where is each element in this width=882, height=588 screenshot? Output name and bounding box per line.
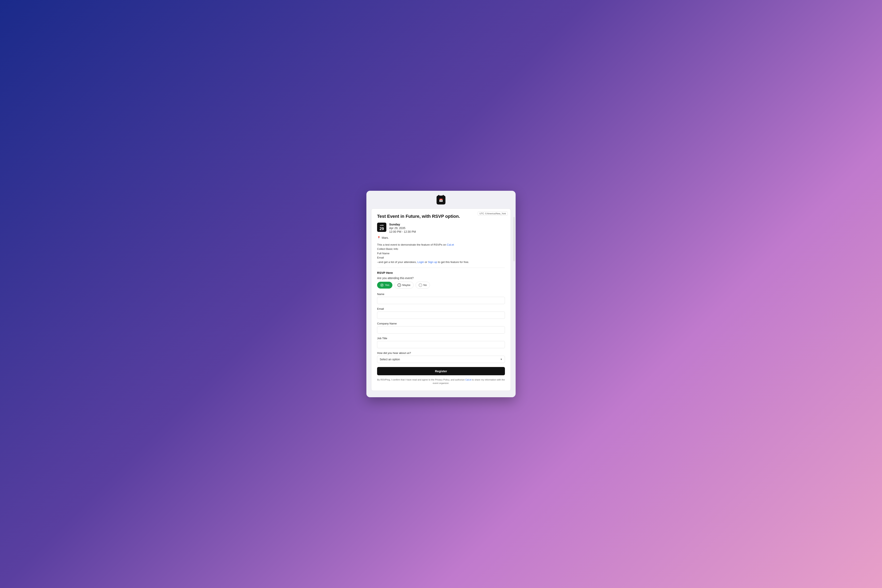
maybe-label: Maybe xyxy=(402,284,411,286)
yes-check-icon: ✓ xyxy=(380,284,384,287)
calet-link-terms[interactable]: Cal.et xyxy=(465,378,471,381)
event-time-str: 12:00 PM - 12:30 PM xyxy=(389,230,416,233)
description-line4: Email xyxy=(377,256,384,259)
event-description: This a test event to demonstrate the fea… xyxy=(377,243,505,264)
name-input[interactable] xyxy=(377,297,505,304)
company-label: Company Name xyxy=(377,322,505,325)
no-icon xyxy=(418,284,422,287)
company-field: Company Name xyxy=(377,322,505,333)
maybe-icon: i xyxy=(398,284,401,287)
description-line5: –and get a list of your attendees, Login… xyxy=(377,261,469,264)
event-date-info: Sunday Apr 29, 2035 12:00 PM - 12:30 PM xyxy=(389,223,416,233)
email-field: Email xyxy=(377,307,505,319)
maybe-button[interactable]: i Maybe xyxy=(394,282,414,288)
event-location: Mars. xyxy=(382,236,389,239)
event-date-row: APR 29 Sunday Apr 29, 2035 12:00 PM - 12… xyxy=(377,223,505,233)
no-button[interactable]: No xyxy=(416,282,430,288)
event-date-str: Apr 29, 2035 xyxy=(389,226,416,230)
description-line2: Collect Basic Info xyxy=(377,248,398,250)
jobtitle-input[interactable] xyxy=(377,341,505,348)
yes-label: Yes xyxy=(385,284,389,286)
register-button[interactable]: Register xyxy=(377,367,505,375)
hear-label: How did you hear about us? xyxy=(377,351,505,354)
window-card: 📅 UTC -5 America/New_York Test Event in … xyxy=(366,191,516,397)
calendar-icon: APR 29 xyxy=(377,223,386,232)
jobtitle-field: Job Title xyxy=(377,337,505,348)
attending-label: Are you attending this event? xyxy=(377,276,505,280)
terms-prefix: By RSVPing, I confirm that I have read a… xyxy=(377,378,465,381)
email-input[interactable] xyxy=(377,312,505,319)
name-field: Name xyxy=(377,292,505,304)
logo-area: 📅 xyxy=(371,196,511,204)
email-label: Email xyxy=(377,307,505,310)
hear-field: How did you hear about us? Select an opt… xyxy=(377,351,505,363)
calendar-icon-month: APR xyxy=(377,224,386,226)
event-day-name: Sunday xyxy=(389,223,416,226)
cal-logo-icon: 📅 xyxy=(436,196,446,204)
event-card: UTC -5 America/New_York Test Event in Fu… xyxy=(371,208,511,391)
terms-text: By RSVPing, I confirm that I have read a… xyxy=(377,378,505,385)
location-pin-icon: 📍 xyxy=(377,236,381,239)
jobtitle-label: Job Title xyxy=(377,337,505,340)
timezone-badge: UTC -5 America/New_York xyxy=(478,212,508,216)
calendar-icon-day: 29 xyxy=(380,226,384,231)
hear-select[interactable]: Select an option xyxy=(377,356,505,363)
yes-button[interactable]: ✓ Yes xyxy=(377,282,392,288)
description-line3: Full Name xyxy=(377,252,390,255)
no-label: No xyxy=(423,284,427,286)
description-line1: This a test event to demonstrate the fea… xyxy=(377,243,454,246)
scrollbar[interactable] xyxy=(513,217,515,261)
signup-link[interactable]: Sign up xyxy=(428,261,437,264)
calet-link-1[interactable]: Cal.et xyxy=(447,243,454,246)
login-link[interactable]: Login xyxy=(417,261,424,264)
company-input[interactable] xyxy=(377,326,505,333)
hear-select-wrapper: Select an option ▼ xyxy=(377,356,505,363)
location-row: 📍 Mars. xyxy=(377,236,505,239)
rsvp-section-title: RSVP Here xyxy=(377,271,505,274)
attendance-options: ✓ Yes i Maybe No xyxy=(377,282,505,288)
name-label: Name xyxy=(377,292,505,296)
